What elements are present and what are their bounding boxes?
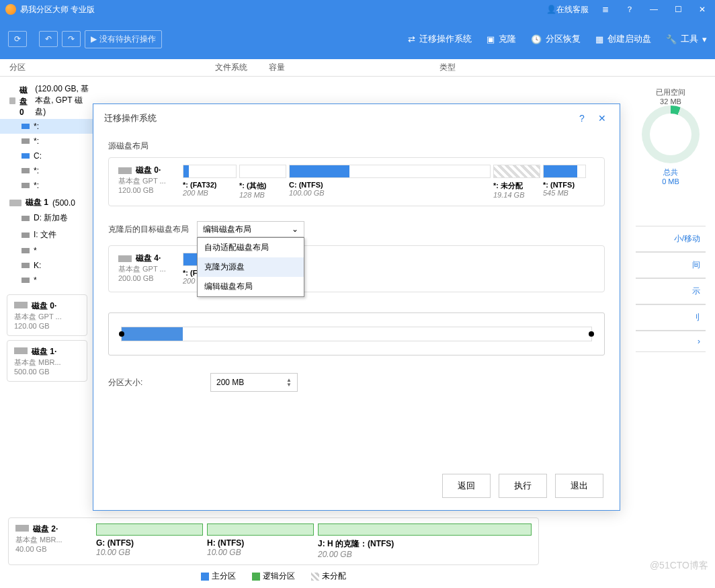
disk-icon <box>118 255 132 262</box>
copy-icon: ▣ <box>487 34 495 44</box>
part-bar <box>96 523 203 536</box>
tree-part[interactable]: * <box>0 273 94 288</box>
source-layout-label: 源磁盘布局 <box>108 140 605 152</box>
usage-donut <box>642 106 700 163</box>
disk-icon <box>118 167 132 174</box>
dialog-help-icon[interactable]: ? <box>575 113 589 124</box>
part-icon <box>22 138 30 144</box>
source-partition[interactable]: *: 未分配19.14 GB <box>493 165 540 199</box>
maximize-button[interactable]: ☐ <box>671 5 685 14</box>
op-expand[interactable]: › <box>636 331 706 352</box>
part-icon <box>22 278 30 283</box>
disk-icon <box>9 97 15 104</box>
tools-menu[interactable]: 🔧工具 ▾ <box>666 33 707 45</box>
tree-disk-0[interactable]: 磁盘 0 (120.00 GB, 基本盘, GPT 磁盘) <box>0 79 94 119</box>
part-label: H: (NTFS) <box>207 538 314 548</box>
swap-icon: ⇄ <box>408 34 415 44</box>
tree-part[interactable]: *: <box>0 163 94 178</box>
slider-handle-left[interactable] <box>119 331 124 337</box>
source-partition[interactable]: C: (NTFS)100.00 GB <box>289 165 491 199</box>
layout-dropdown: 自动适配磁盘布局 克隆为源盘 编辑磁盘布局 <box>197 237 304 297</box>
op-item[interactable]: 小/移动 <box>636 226 706 252</box>
part-size: 128 MB <box>239 191 286 199</box>
source-partition[interactable]: *: (FAT32)200 MB <box>183 165 237 199</box>
dialog-close-icon[interactable]: ✕ <box>595 113 609 124</box>
part-icon <box>22 153 30 159</box>
op-item[interactable]: 刂 <box>636 304 706 331</box>
migrate-os-dialog: 迁移操作系统 ? ✕ 源磁盘布局 磁盘 0· 基本盘 GPT ... 120.0… <box>93 103 620 511</box>
part-size: 20.00 GB <box>318 550 532 559</box>
part-icon <box>22 248 30 253</box>
tree-disk-1[interactable]: 磁盘 1 (500.0 <box>0 193 94 210</box>
partition-recovery-button[interactable]: 🕓分区恢复 <box>531 33 581 45</box>
titlebar: 易我分区大师 专业版 👤在线客服 ≣ ？ — ☐ ✕ <box>0 0 715 19</box>
part-size: 19.14 GB <box>493 191 540 199</box>
chevron-down-icon: ⌄ <box>292 224 298 234</box>
part-label: *: (NTFS) <box>543 181 586 189</box>
partition-size-label: 分区大小: <box>108 377 202 388</box>
part-label: *: 未分配 <box>493 181 540 191</box>
part-label: J: H 的克隆：(NTFS) <box>318 538 532 550</box>
disk-icon <box>14 302 28 308</box>
disk-card-0[interactable]: 磁盘 0· 基本盘 GPT ... 120.00 GB <box>7 294 87 336</box>
target-layout-label: 克隆后的目标磁盘布局 <box>108 224 189 235</box>
tree-part[interactable]: *: <box>0 119 94 134</box>
toolbar: ⟳ ↶ ↷ ▶ 没有待执行操作 ⇄迁移操作系统 ▣克隆 🕓分区恢复 ▦创建启动盘… <box>0 19 715 59</box>
close-button[interactable]: ✕ <box>695 5 710 14</box>
pending-ops-button[interactable]: ▶ 没有待执行操作 <box>85 30 162 48</box>
source-partition[interactable]: *: (NTFS)545 MB <box>543 165 586 199</box>
part-icon <box>22 168 30 173</box>
col-fs: 文件系统 <box>215 62 269 73</box>
layout-select[interactable]: 编辑磁盘布局⌄ <box>197 221 304 237</box>
disk-card-1[interactable]: 磁盘 1· 基本盘 MBR... 500.00 GB <box>7 340 87 382</box>
dropdown-option[interactable]: 编辑磁盘布局 <box>198 277 304 296</box>
op-item[interactable]: 示 <box>636 278 706 304</box>
tree-part[interactable]: D: 新加卷 <box>0 210 94 226</box>
side-panel: 已用空间 32 MB 总共 0 MB 小/移动 间 示 刂 › <box>636 87 706 352</box>
minimize-button[interactable]: — <box>646 5 661 14</box>
exit-button[interactable]: 退出 <box>555 474 603 498</box>
undo-button[interactable]: ↶ <box>39 31 58 47</box>
list-icon[interactable]: ≣ <box>598 5 613 14</box>
slider-handle-right[interactable] <box>589 331 594 337</box>
disk-icon <box>14 347 28 354</box>
bootdisk-icon: ▦ <box>595 34 603 44</box>
migrate-os-button[interactable]: ⇄迁移操作系统 <box>408 33 472 45</box>
target-disk-box: 磁盘 4· 基本盘 GPT ... 200.00 GB *: (FAT32 20… <box>108 245 605 292</box>
slider-track[interactable] <box>121 327 592 341</box>
clone-button[interactable]: ▣克隆 <box>487 33 516 45</box>
used-space-label: 已用空间 <box>636 87 706 97</box>
part-size: 200 MB <box>183 189 237 197</box>
part-size: 100.00 GB <box>289 189 491 197</box>
help-icon[interactable]: ？ <box>622 4 637 15</box>
disk-card-2[interactable]: 磁盘 2· 基本盘 MBR... 40.00 GB G: (NTFS) 10.0… <box>8 517 539 565</box>
partition-size-input[interactable]: 200 MB ▲▼ <box>210 373 298 392</box>
dropdown-option[interactable]: 自动适配磁盘布局 <box>198 238 304 257</box>
part-icon <box>22 216 30 221</box>
redo-button[interactable]: ↷ <box>62 31 81 47</box>
source-partition[interactable]: *: (其他)128 MB <box>239 165 286 199</box>
disk-icon <box>9 200 22 206</box>
dialog-title: 迁移操作系统 <box>104 112 569 124</box>
support-link[interactable]: 👤在线客服 <box>546 4 589 15</box>
part-label: G: (NTFS) <box>96 538 203 548</box>
watermark: @51CTO博客 <box>650 560 708 572</box>
run-button[interactable]: 执行 <box>499 474 547 498</box>
tree-part[interactable]: I: 文件 <box>0 226 94 243</box>
tree-part[interactable]: C: <box>0 149 94 163</box>
part-icon <box>22 183 30 188</box>
disk-icon <box>15 525 29 532</box>
tree-part[interactable]: *: <box>0 134 94 149</box>
tree-part[interactable]: K: <box>0 258 94 273</box>
tree-part[interactable]: *: <box>0 178 94 193</box>
tree-part[interactable]: * <box>0 243 94 258</box>
back-button[interactable]: 返回 <box>442 474 491 498</box>
part-icon <box>22 124 30 129</box>
refresh-button[interactable]: ⟳ <box>8 31 27 47</box>
used-space-value: 32 MB <box>636 97 706 106</box>
op-item[interactable]: 间 <box>636 252 706 278</box>
chevron-right-icon: › <box>698 337 700 346</box>
spinner-icon[interactable]: ▲▼ <box>286 378 292 387</box>
dropdown-option[interactable]: 克隆为源盘 <box>198 257 304 277</box>
boot-disk-button[interactable]: ▦创建启动盘 <box>595 33 651 45</box>
